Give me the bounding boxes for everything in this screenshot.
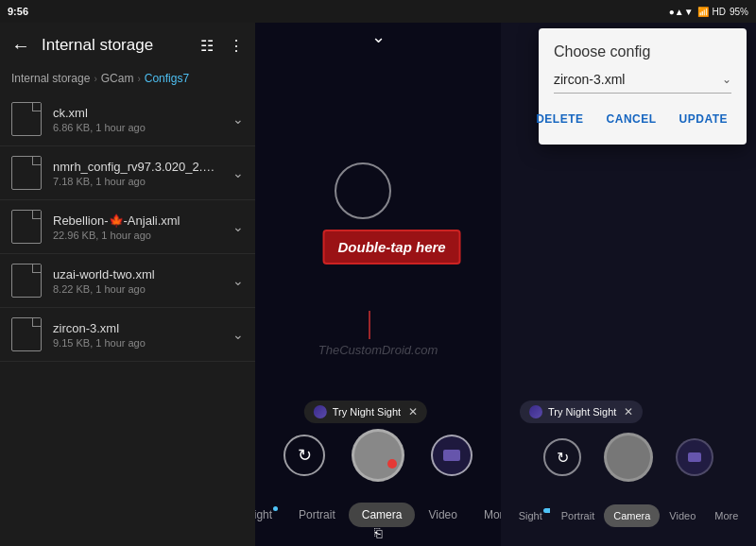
- tab-more-right[interactable]: More: [705, 504, 747, 527]
- file-name: ck.xml: [53, 106, 218, 120]
- file-info: uzai-world-two.xml 8.22 KB, 1 hour ago: [53, 267, 229, 295]
- camera-main: ⌄ TheCustomDroid.com Double-tap here Try…: [255, 0, 756, 546]
- video-mode-button[interactable]: [431, 435, 472, 476]
- file-expand-icon[interactable]: ⌄: [232, 327, 244, 342]
- file-panel-header: ← Internal storage ☷ ⋮: [0, 23, 255, 68]
- cancel-button[interactable]: CANCEL: [603, 109, 661, 129]
- file-info: Rebellion-🍁-Anjali.xml 22.96 KB, 1 hour …: [53, 213, 229, 241]
- camera-panel: ⌄ TheCustomDroid.com Double-tap here Try…: [255, 0, 756, 546]
- file-panel: ← Internal storage ☷ ⋮ Internal storage …: [0, 0, 255, 546]
- camera-circle: [335, 162, 391, 219]
- file-expand-icon[interactable]: ⌄: [232, 111, 244, 127]
- camera-left-view[interactable]: ⌄ TheCustomDroid.com Double-tap here Try…: [255, 0, 501, 546]
- list-item[interactable]: Rebellion-🍁-Anjali.xml 22.96 KB, 1 hour …: [0, 200, 255, 254]
- back-button[interactable]: ←: [11, 35, 30, 57]
- file-name: Rebellion-🍁-Anjali.xml: [53, 213, 218, 228]
- camera-right-view: ⌄ Try Night Sight ✕ ↻ Sight Portrait Ca: [501, 0, 756, 546]
- shutter-container: [352, 429, 404, 482]
- camera-watermark: TheCustomDroid.com: [318, 343, 438, 357]
- night-sight-badge-right[interactable]: Try Night Sight ✕: [520, 401, 643, 423]
- rotate-camera-button[interactable]: ↻: [284, 435, 325, 476]
- wifi-icon: 📶: [697, 7, 709, 17]
- file-name: nmrh_config_rv97.3.020_2.0.x...: [53, 160, 218, 174]
- night-sight-icon: [314, 405, 327, 418]
- tab-video-right[interactable]: Video: [660, 504, 705, 527]
- file-expand-icon[interactable]: ⌄: [232, 165, 244, 180]
- shutter-dot: [387, 459, 397, 469]
- night-sight-label-right: Try Night Sight: [548, 406, 616, 418]
- breadcrumb-sep-2: ›: [137, 74, 140, 84]
- mode-tabs-right: Sight Portrait Camera Video More: [501, 504, 756, 527]
- battery-level: 95%: [730, 7, 748, 17]
- dialog-selected-value: zircon-3.xml: [554, 72, 625, 87]
- network-icon: ●▲▼: [669, 7, 694, 17]
- hd-badge: HD: [713, 7, 726, 17]
- file-icon: [11, 156, 42, 190]
- tab-sight[interactable]: Sight: [255, 503, 285, 527]
- grid-view-icon[interactable]: ☷: [200, 37, 214, 55]
- list-item[interactable]: uzai-world-two.xml 8.22 KB, 1 hour ago ⌄: [0, 254, 255, 308]
- breadcrumb-configs7[interactable]: Configs7: [145, 72, 189, 85]
- panel-actions: ☷ ⋮: [200, 37, 244, 55]
- file-expand-icon[interactable]: ⌄: [232, 219, 244, 234]
- more-options-icon[interactable]: ⋮: [229, 37, 244, 55]
- status-time: 9:56: [8, 6, 28, 17]
- video-icon: [443, 450, 460, 461]
- dialog-title: Choose config: [554, 43, 731, 60]
- file-meta: 6.86 KB, 1 hour ago: [53, 122, 229, 133]
- breadcrumb-sep-1: ›: [94, 74, 96, 84]
- rotate-camera-button-right[interactable]: ↻: [543, 438, 581, 476]
- choose-config-dialog: Choose config zircon-3.xml ⌄ DELETE CANC…: [539, 28, 747, 145]
- file-meta: 22.96 KB, 1 hour ago: [53, 230, 229, 241]
- update-button[interactable]: UPDATE: [676, 109, 731, 129]
- dialog-select-row[interactable]: zircon-3.xml ⌄: [554, 72, 731, 94]
- file-icon: [11, 317, 42, 351]
- file-meta: 9.15 KB, 1 hour ago: [53, 337, 229, 349]
- status-bar: 9:56 ●▲▼ 📶 HD 95%: [0, 0, 756, 23]
- file-icon: [11, 264, 42, 298]
- file-info: nmrh_config_rv97.3.020_2.0.x... 7.18 KB,…: [53, 160, 229, 187]
- breadcrumb-root[interactable]: Internal storage: [11, 72, 90, 85]
- tab-portrait[interactable]: Portrait: [285, 503, 349, 527]
- delete-button[interactable]: DELETE: [532, 109, 587, 129]
- tab-video[interactable]: Video: [415, 503, 470, 527]
- camera-controls-right: ↻: [501, 433, 756, 482]
- breadcrumb: Internal storage › GCam › Configs7: [0, 68, 255, 93]
- phone-indicator: ⎗: [374, 525, 382, 540]
- video-mode-button-right[interactable]: [676, 438, 713, 476]
- double-tap-label[interactable]: Double-tap here: [323, 230, 461, 264]
- list-item[interactable]: nmrh_config_rv97.3.020_2.0.x... 7.18 KB,…: [0, 146, 255, 200]
- shutter-button[interactable]: [352, 429, 404, 482]
- file-name: zircon-3.xml: [53, 321, 218, 335]
- file-meta: 8.22 KB, 1 hour ago: [53, 283, 229, 295]
- tab-sight-right[interactable]: Sight: [509, 504, 552, 527]
- file-expand-icon[interactable]: ⌄: [232, 273, 244, 288]
- night-sight-label: Try Night Sight: [333, 406, 401, 418]
- camera-controls: ↻: [255, 429, 501, 482]
- night-sight-close-icon[interactable]: ✕: [408, 405, 418, 418]
- double-tap-arrow: [369, 311, 370, 339]
- tab-more[interactable]: More: [471, 503, 501, 527]
- file-icon: [11, 102, 42, 136]
- dialog-dropdown-arrow[interactable]: ⌄: [722, 73, 731, 86]
- tab-portrait-right[interactable]: Portrait: [552, 504, 604, 527]
- night-sight-close-right-icon[interactable]: ✕: [624, 405, 633, 418]
- list-item[interactable]: ck.xml 6.86 KB, 1 hour ago ⌄: [0, 93, 255, 146]
- breadcrumb-gcam[interactable]: GCam: [101, 72, 134, 85]
- dialog-actions: DELETE CANCEL UPDATE: [554, 109, 731, 129]
- video-icon-right: [688, 452, 701, 462]
- status-indicators: ●▲▼ 📶 HD 95%: [669, 7, 748, 17]
- mode-tabs: Sight Portrait Camera Video More: [255, 503, 501, 527]
- file-info: zircon-3.xml 9.15 KB, 1 hour ago: [53, 321, 229, 349]
- file-info: ck.xml 6.86 KB, 1 hour ago: [53, 106, 229, 133]
- camera-top-dropdown[interactable]: ⌄: [371, 27, 386, 46]
- list-item[interactable]: zircon-3.xml 9.15 KB, 1 hour ago ⌄: [0, 308, 255, 362]
- shutter-button-right[interactable]: [604, 433, 653, 482]
- file-meta: 7.18 KB, 1 hour ago: [53, 176, 229, 187]
- tab-camera[interactable]: Camera: [349, 503, 416, 527]
- file-list: ck.xml 6.86 KB, 1 hour ago ⌄ nmrh_config…: [0, 93, 255, 546]
- night-sight-badge[interactable]: Try Night Sight ✕: [304, 401, 427, 423]
- night-sight-icon-right: [529, 405, 542, 418]
- panel-title: Internal storage: [42, 36, 189, 55]
- tab-camera-right[interactable]: Camera: [604, 504, 660, 527]
